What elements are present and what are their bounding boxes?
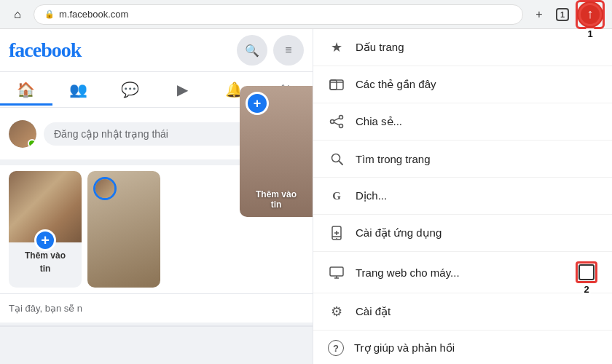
status-placeholder: Đăng cập nhật trạng thái [54, 128, 168, 140]
user-avatar [9, 120, 36, 148]
main-area: facebook 🔍 ≡ 🏠 👥 💬 ▶ 🔔 🛍 [0, 29, 612, 364]
fb-tab-friends[interactable]: 👥 [52, 74, 105, 106]
context-menu: ★ Dấu trang Các thẻ gần đây [313, 29, 612, 364]
story-add-card[interactable]: + Thêm vàotin [9, 171, 82, 288]
menu-item-recent-tabs[interactable]: Các thẻ gần đây [313, 66, 612, 103]
menu-item-share[interactable]: Chia sẻ... [313, 103, 612, 141]
fb-tab-messenger[interactable]: 💬 [104, 74, 157, 106]
menu-item-translate[interactable]: G Dịch... [313, 178, 612, 215]
svg-line-9 [339, 161, 342, 165]
share-icon [328, 113, 345, 130]
svg-line-6 [334, 122, 340, 125]
story-panel-label: Thêm vàotin [256, 189, 297, 210]
story-1-avatar-img [95, 179, 114, 198]
menu-label-help: Trợ giúp và phản hồi [354, 341, 597, 355]
svg-rect-1 [330, 80, 337, 90]
svg-point-12 [336, 238, 337, 240]
story-panel-add-btn: + [246, 108, 269, 115]
facebook-logo: facebook [9, 39, 81, 62]
fb-tab-video[interactable]: ▶ [157, 74, 209, 106]
menu-label-find: Tìm trong trang [356, 153, 597, 165]
red-border-annotation-1: ↑ [576, 0, 605, 29]
story-card-1[interactable] [87, 171, 160, 288]
home-icon: ⌂ [14, 8, 21, 21]
menu-label-bookmarks: Dấu trang [356, 41, 597, 54]
plus-icon: + [536, 8, 542, 21]
menu-item-install-app[interactable]: Cài đặt ứng dụng [313, 215, 612, 252]
find-icon [328, 150, 345, 167]
install-app-icon [328, 224, 345, 242]
fb-header: facebook 🔍 ≡ [0, 29, 313, 72]
settings-icon: ⚙ [328, 303, 345, 320]
desktop-mode-checkbox-wrapper: 2 [576, 261, 597, 283]
add-tab-button[interactable]: + [529, 4, 549, 25]
menu-item-desktop-site[interactable]: Trang web cho máy... 2 [313, 252, 612, 293]
svg-point-4 [331, 120, 334, 124]
story-1-content [87, 171, 160, 288]
upload-btn-wrapper: ↑ 1 [576, 0, 605, 29]
status-input[interactable]: Đăng cập nhật trạng thái [44, 122, 270, 146]
star-icon: ★ [328, 39, 345, 56]
url-text: m.facebook.com [59, 9, 128, 20]
fb-menu-button[interactable]: ≡ [273, 35, 304, 66]
add-story-label: Thêm vàotin [25, 250, 66, 274]
menu-item-find[interactable]: Tìm trong trang [313, 141, 612, 178]
home-button[interactable]: ⌂ [7, 4, 28, 25]
story-1-avatar [93, 177, 117, 200]
menu-label-install-app: Cài đặt ứng dụng [356, 226, 597, 240]
upload-icon: ↑ [587, 7, 594, 22]
menu-label-settings: Cài đặt [356, 305, 597, 318]
translate-icon: G [328, 187, 345, 205]
desktop-icon [328, 264, 345, 281]
story-add-image: + [9, 171, 82, 242]
feed-divider [0, 325, 313, 327]
svg-line-7 [334, 118, 340, 121]
fb-tab-home[interactable]: 🏠 [0, 74, 52, 106]
menu-item-help[interactable]: ? Trợ giúp và phản hồi [313, 331, 612, 364]
add-story-icon: + [34, 229, 56, 251]
online-indicator [28, 139, 36, 148]
menu-label-share: Chia sẻ... [356, 115, 597, 128]
browser-chrome: ⌂ 🔒 m.facebook.com + 1 ↑ 1 [0, 0, 612, 29]
tab-switcher-button[interactable]: 1 [552, 4, 573, 25]
desktop-mode-checkbox[interactable] [578, 264, 595, 280]
menu-item-bookmarks[interactable]: ★ Dấu trang [313, 29, 612, 66]
svg-point-3 [340, 116, 343, 119]
menu-label-desktop-site: Trang web cho máy... [356, 266, 565, 279]
fb-header-actions: 🔍 ≡ [237, 35, 304, 66]
recent-tabs-icon [328, 76, 345, 93]
lock-icon: 🔒 [44, 9, 55, 19]
facebook-panel: facebook 🔍 ≡ 🏠 👥 💬 ▶ 🔔 🛍 [0, 29, 313, 364]
menu-item-settings[interactable]: ⚙ Cài đặt [313, 293, 612, 331]
svg-point-5 [340, 124, 343, 128]
fb-search-button[interactable]: 🔍 [237, 35, 267, 66]
right-story-panel[interactable]: + Thêm vàotin [240, 108, 313, 217]
fb-feed: Đăng cập nhật trạng thái 🖼 Ảnh + [0, 108, 313, 364]
menu-label-recent-tabs: Các thẻ gần đây [356, 78, 597, 91]
help-icon: ? [328, 340, 344, 356]
feed-preview-text: Tại đây, bạn sẽ n [9, 303, 82, 314]
upload-button[interactable]: ↑ [578, 3, 602, 26]
svg-rect-15 [330, 267, 343, 276]
tab-count: 1 [556, 8, 569, 21]
menu-label-translate: Dịch... [356, 189, 597, 202]
address-bar[interactable]: 🔒 m.facebook.com [34, 4, 523, 25]
feed-preview: Tại đây, bạn sẽ n [0, 293, 313, 323]
red-border-annotation-2 [576, 261, 597, 283]
browser-action-group: + 1 ↑ 1 [529, 0, 605, 29]
